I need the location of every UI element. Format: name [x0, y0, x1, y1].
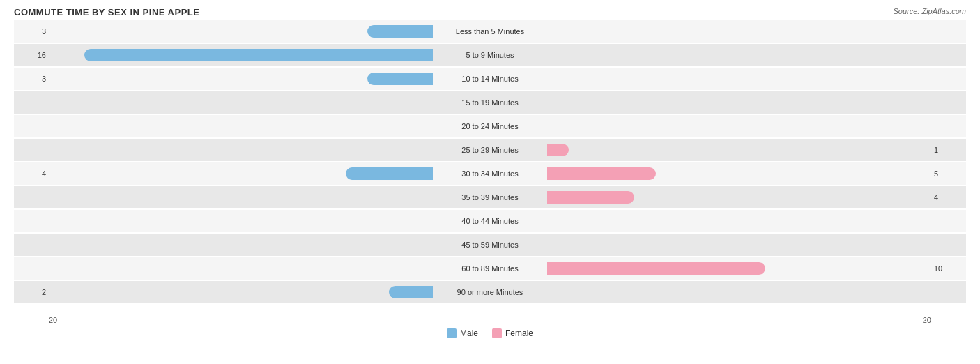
- male-bar-container: [49, 142, 434, 158]
- male-bar-container: [49, 213, 434, 229]
- male-bar: [367, 73, 433, 85]
- female-bar-container: [546, 142, 931, 158]
- male-bar-container: [49, 47, 434, 63]
- male-bar-container: [49, 95, 434, 110]
- chart-row: 20 to 24 Minutes: [14, 115, 966, 137]
- male-value: 16: [14, 51, 49, 59]
- male-bar-container: [49, 119, 434, 134]
- female-value: 10: [931, 264, 966, 273]
- female-value: 4: [931, 193, 966, 202]
- row-label: 15 to 19 Minutes: [434, 98, 546, 107]
- female-bar: [547, 191, 634, 204]
- female-color-box: [492, 328, 502, 338]
- female-value: 1: [931, 146, 966, 154]
- female-label: Female: [505, 328, 533, 338]
- male-value: 3: [14, 27, 49, 36]
- male-bar: [367, 25, 433, 38]
- male-bar-container: [49, 190, 434, 205]
- female-bar-container: [546, 24, 931, 39]
- chart-title: COMMUTE TIME BY SEX IN PINE APPLE: [14, 7, 966, 17]
- male-label: Male: [460, 328, 478, 338]
- male-value: 3: [14, 75, 49, 83]
- male-color-box: [447, 328, 457, 338]
- male-bar: [389, 286, 433, 298]
- chart-row: 35 to 39 Minutes 4: [14, 186, 966, 208]
- female-bar-container: [546, 261, 931, 276]
- chart-row: 16 5 to 9 Minutes: [14, 44, 966, 66]
- legend-male: Male: [447, 328, 478, 338]
- chart-row: 3 Less than 5 Minutes: [14, 20, 966, 43]
- chart-row: 40 to 44 Minutes: [14, 210, 966, 232]
- chart-row: 25 to 29 Minutes 1: [14, 139, 966, 161]
- female-bar: [547, 262, 765, 275]
- row-label: 30 to 34 Minutes: [434, 169, 546, 178]
- male-value: 4: [14, 169, 49, 178]
- axis-left-label: 20: [14, 316, 399, 324]
- female-bar-container: [546, 71, 931, 86]
- female-bar-container: [546, 119, 931, 134]
- female-value: 5: [931, 169, 966, 178]
- male-bar-container: [49, 24, 434, 39]
- legend-female: Female: [492, 328, 533, 338]
- female-bar: [547, 167, 656, 180]
- male-bar-container: [49, 71, 434, 86]
- row-label: Less than 5 Minutes: [434, 27, 546, 36]
- male-bar-container: [49, 261, 434, 276]
- male-bar: [84, 49, 433, 61]
- male-bar-container: [49, 285, 434, 300]
- axis-row: 20 20: [14, 313, 966, 324]
- female-bar: [547, 144, 569, 156]
- row-label: 35 to 39 Minutes: [434, 193, 546, 202]
- chart-row: 4 30 to 34 Minutes 5: [14, 162, 966, 185]
- chart-row: 45 to 59 Minutes: [14, 234, 966, 256]
- female-bar-container: [546, 285, 931, 300]
- row-label: 90 or more Minutes: [434, 288, 546, 296]
- chart-area: 3 Less than 5 Minutes 16 5 to 9 Minutes: [14, 20, 966, 313]
- female-bar-container: [546, 95, 931, 110]
- male-bar-container: [49, 237, 434, 252]
- row-label: 20 to 24 Minutes: [434, 122, 546, 130]
- axis-right-label: 20: [581, 316, 966, 324]
- female-bar-container: [546, 237, 931, 252]
- chart-row: 2 90 or more Minutes: [14, 281, 966, 303]
- female-bar-container: [546, 213, 931, 229]
- row-label: 60 to 89 Minutes: [434, 264, 546, 273]
- chart-row: 3 10 to 14 Minutes: [14, 68, 966, 90]
- female-bar-container: [546, 190, 931, 205]
- male-bar: [346, 167, 433, 180]
- male-value: 2: [14, 288, 49, 296]
- row-label: 45 to 59 Minutes: [434, 241, 546, 249]
- chart-row: 15 to 19 Minutes: [14, 91, 966, 114]
- female-bar-container: [546, 47, 931, 63]
- chart-container: COMMUTE TIME BY SEX IN PINE APPLE Source…: [0, 0, 980, 364]
- female-bar-container: [546, 166, 931, 181]
- row-label: 10 to 14 Minutes: [434, 75, 546, 83]
- chart-row: 60 to 89 Minutes 10: [14, 257, 966, 280]
- row-label: 40 to 44 Minutes: [434, 217, 546, 225]
- row-label: 5 to 9 Minutes: [434, 51, 546, 59]
- legend: Male Female: [14, 328, 966, 338]
- row-label: 25 to 29 Minutes: [434, 146, 546, 154]
- source-label: Source: ZipAtlas.com: [893, 7, 966, 15]
- male-bar-container: [49, 166, 434, 181]
